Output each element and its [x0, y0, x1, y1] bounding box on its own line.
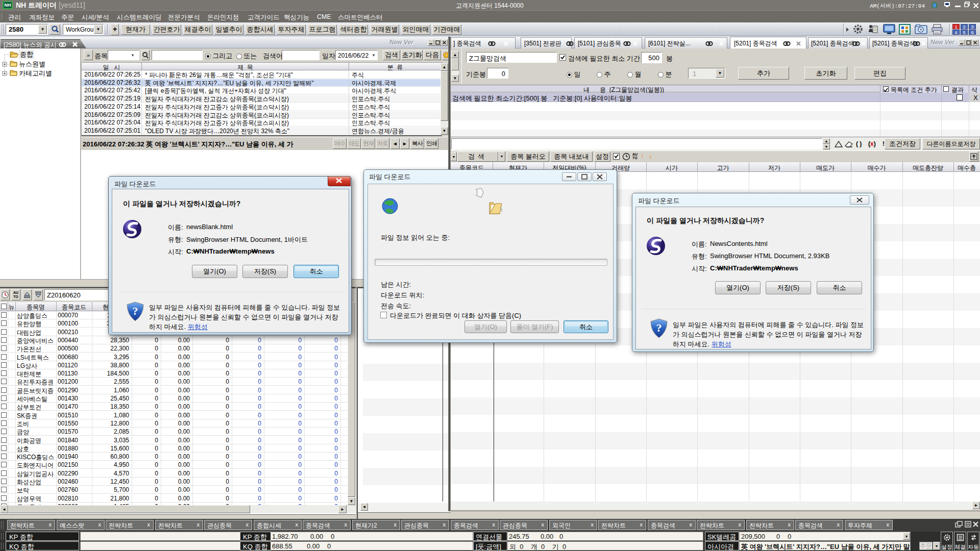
svg-text:?: ? — [133, 305, 138, 317]
svg-text:?: ? — [656, 321, 662, 334]
